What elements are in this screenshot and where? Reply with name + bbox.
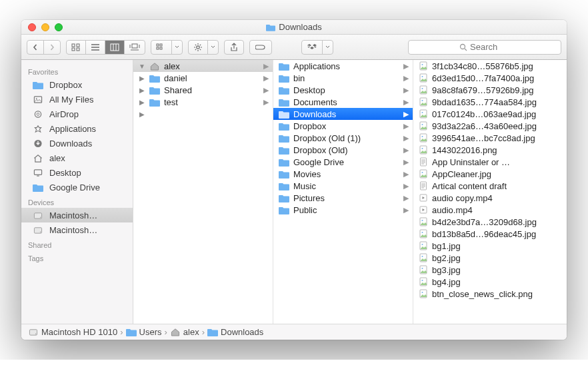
sidebar-item-label: Google Drive xyxy=(49,182,100,192)
dropbox-button[interactable] xyxy=(301,40,333,55)
disclosure-triangle[interactable]: ▶ xyxy=(139,75,145,82)
column-row[interactable]: 3f1cb34c80…55876b5.jpg xyxy=(413,60,567,72)
arrange-button[interactable] xyxy=(151,40,183,55)
svg-point-15 xyxy=(37,113,39,115)
disclosure-triangle[interactable]: ▶ xyxy=(139,99,145,106)
search-field[interactable] xyxy=(408,40,561,55)
action-button[interactable] xyxy=(188,40,219,55)
search-input[interactable] xyxy=(470,42,510,52)
path-segment[interactable]: Users xyxy=(126,327,162,337)
svg-point-49 xyxy=(422,244,423,245)
disclosure-triangle[interactable]: ▼ xyxy=(139,63,145,70)
chevron-right-icon: ▶ xyxy=(403,194,409,202)
column-row[interactable]: 1443022016.png xyxy=(413,144,567,156)
column-row[interactable]: Public▶ xyxy=(273,204,413,216)
back-button[interactable] xyxy=(27,41,44,54)
column-row[interactable]: Documents▶ xyxy=(273,96,413,108)
column-row[interactable]: 017c0124b…063ae9ad.jpg xyxy=(413,108,567,120)
folder-icon xyxy=(279,182,289,190)
view-column-button[interactable] xyxy=(105,41,125,54)
column-row[interactable]: bd13b8a5d…96deac45.jpg xyxy=(413,228,567,240)
tags-button[interactable] xyxy=(249,40,272,55)
column-row[interactable]: 6d3ed15d0…7fa7400a.jpg xyxy=(413,72,567,84)
chevron-right-icon: ▶ xyxy=(403,74,409,83)
folder-icon xyxy=(279,110,289,119)
column-more[interactable]: ▶ xyxy=(133,108,273,120)
column-row[interactable]: Movies▶ xyxy=(273,168,413,180)
sidebar-item[interactable]: Applications xyxy=(21,121,133,136)
column-row[interactable]: Music▶ xyxy=(273,180,413,192)
column-row[interactable]: bin▶ xyxy=(273,72,413,84)
view-list-button[interactable] xyxy=(86,41,105,54)
column-row[interactable]: Desktop▶ xyxy=(273,84,413,96)
column-row[interactable]: Downloads▶ xyxy=(273,108,413,120)
column-row[interactable]: 9bdad1635…774aa584.jpg xyxy=(413,96,567,108)
svg-rect-2 xyxy=(72,48,75,51)
column-row[interactable]: bg4.jpg xyxy=(413,276,567,288)
column-row[interactable]: Google Drive▶ xyxy=(273,156,413,168)
folder-icon xyxy=(279,74,289,83)
sidebar-item[interactable]: AirDrop xyxy=(21,107,133,121)
row-label: Artical content draft xyxy=(432,181,507,191)
folder-icon xyxy=(279,122,289,131)
path-segment[interactable]: Macintosh HD 1010 xyxy=(28,327,117,337)
sidebar-item[interactable]: Desktop xyxy=(21,165,133,180)
sidebar-item[interactable]: Downloads xyxy=(21,136,133,151)
column-row[interactable]: btn_close_news_click.png xyxy=(413,288,567,300)
column-row[interactable]: b4d2e3bd7a…3209d68.jpg xyxy=(413,216,567,228)
row-label: test xyxy=(164,97,178,107)
forward-button[interactable] xyxy=(44,41,60,54)
column-0: ▼alex▶▶daniel▶▶Shared▶▶test▶▶ xyxy=(133,60,273,324)
view-coverflow-button[interactable] xyxy=(125,41,145,54)
sidebar-item[interactable]: Macintosh… xyxy=(21,208,133,222)
svg-point-23 xyxy=(422,64,423,65)
titlebar: Downloads xyxy=(21,20,567,35)
disk-icon xyxy=(32,210,44,220)
column-row[interactable]: AppCleaner.jpg xyxy=(413,168,567,180)
sidebar-item-label: Macintosh… xyxy=(49,225,97,235)
column-row[interactable]: Dropbox (Old)▶ xyxy=(273,144,413,156)
row-label: Movies xyxy=(293,169,321,179)
column-row[interactable]: ▶Shared▶ xyxy=(133,84,273,96)
column-row[interactable]: ▶test▶ xyxy=(133,96,273,108)
folder-icon xyxy=(279,206,289,214)
column-row[interactable]: Applications▶ xyxy=(273,60,413,72)
column-row[interactable]: audio copy.mp4 xyxy=(413,192,567,204)
column-row[interactable]: bg1.jpg xyxy=(413,240,567,252)
column-row[interactable]: App Uninstaler or … xyxy=(413,156,567,168)
column-row[interactable]: 9a8c8fa679…57926b9.jpg xyxy=(413,84,567,96)
svg-rect-5 xyxy=(132,44,137,48)
column-row[interactable]: 3996541ae…bc7cc8ad.jpg xyxy=(413,132,567,144)
chevron-right-icon: ▶ xyxy=(403,86,409,95)
sidebar-item[interactable]: alex xyxy=(21,151,133,165)
column-row[interactable]: audio.mp4 xyxy=(413,204,567,216)
row-label: daniel xyxy=(164,73,187,83)
column-row[interactable]: Dropbox▶ xyxy=(273,120,413,132)
column-row[interactable]: bg3.jpg xyxy=(413,264,567,276)
column-row[interactable]: bg2.jpg xyxy=(413,252,567,264)
path-segment[interactable]: alex xyxy=(170,327,199,337)
toolbar xyxy=(21,35,567,60)
sidebar-item[interactable]: All My Files xyxy=(21,92,133,107)
column-row[interactable]: ▼alex▶ xyxy=(133,60,273,72)
sidebar-item[interactable]: Macintosh… xyxy=(21,222,133,237)
path-segment[interactable]: Downloads xyxy=(207,327,263,337)
disclosure-triangle[interactable]: ▶ xyxy=(139,87,145,94)
column-row[interactable]: Artical content draft xyxy=(413,180,567,192)
row-label: b4d2e3bd7a…3209d68.jpg xyxy=(432,217,537,227)
home-icon xyxy=(170,328,181,336)
sidebar-item[interactable]: Dropbox xyxy=(21,77,133,92)
downloads-icon xyxy=(32,138,44,149)
column-row[interactable]: 93d3a22a6…43a60eed.jpg xyxy=(413,120,567,132)
chevron-right-icon: ▶ xyxy=(403,122,409,131)
column-row[interactable]: Dropbox (Old (1))▶ xyxy=(273,132,413,144)
column-row[interactable]: Pictures▶ xyxy=(273,192,413,204)
row-label: bg4.jpg xyxy=(432,277,461,287)
sidebar-item[interactable]: Google Drive xyxy=(21,180,133,194)
view-icon-button[interactable] xyxy=(67,41,86,54)
chevron-down-icon xyxy=(175,45,179,49)
share-button[interactable] xyxy=(224,40,244,55)
column-row[interactable]: ▶daniel▶ xyxy=(133,72,273,84)
svg-point-53 xyxy=(422,268,423,269)
chevron-right-icon: ▶ xyxy=(139,111,145,118)
